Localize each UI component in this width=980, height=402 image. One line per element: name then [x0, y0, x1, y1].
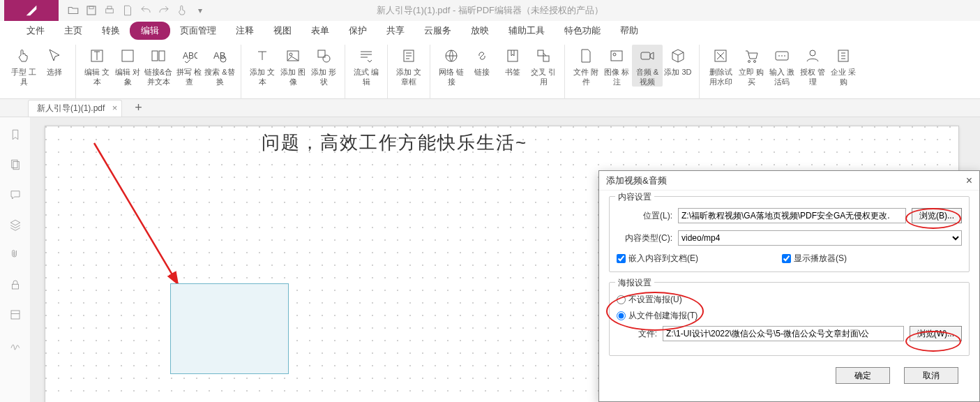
spell-check-button[interactable]: ABC拼写 检查: [174, 45, 204, 87]
print-icon[interactable]: [100, 1, 119, 20]
svg-rect-2: [106, 9, 114, 13]
cancel-button[interactable]: 取消: [904, 367, 958, 384]
attachments-panel-icon[interactable]: [9, 248, 22, 263]
content-type-label: 内容类型(C):: [617, 232, 672, 244]
page-headline: 问题，高效工作方能快乐生活~: [262, 131, 527, 155]
add-shape-button[interactable]: 添加 形状: [308, 45, 339, 87]
svg-point-14: [323, 55, 330, 62]
document-tabs: 新人引导(1)(1).pdf × +: [0, 99, 980, 117]
add-3d-button[interactable]: 添加 3D: [663, 45, 693, 77]
reflow-edit-button[interactable]: 流式 编辑: [351, 45, 382, 87]
crossref-button[interactable]: 交叉 引用: [528, 45, 559, 87]
svg-rect-7: [159, 51, 165, 61]
signatures-panel-icon[interactable]: [9, 338, 22, 353]
menu-access[interactable]: 辅助工具: [499, 22, 555, 40]
remove-watermark-button[interactable]: 删除试 用水印: [705, 45, 736, 87]
menu-file[interactable]: 文件: [17, 22, 54, 40]
security-panel-icon[interactable]: [9, 278, 22, 293]
ribbon: 手型 工具 选择 编辑 文本 编辑 对象 链接&合 并文本 ABC拼写 检查 A…: [0, 40, 980, 99]
no-poster-radio[interactable]: 不设置海报(U): [617, 294, 962, 306]
menu-share[interactable]: 共享: [377, 22, 414, 40]
menu-cloud[interactable]: 云服务: [414, 22, 461, 40]
menu-convert[interactable]: 转换: [92, 22, 130, 40]
dialog-title: 添加视频&音频: [606, 174, 667, 187]
more-icon[interactable]: ▾: [191, 1, 209, 20]
add-article-button[interactable]: 添加 文章框: [393, 45, 424, 87]
enterprise-button[interactable]: 企业 采购: [828, 45, 859, 87]
license-mgmt-button[interactable]: 授权 管理: [797, 45, 828, 87]
embed-checkbox[interactable]: 嵌入内容到文档(E): [617, 253, 698, 265]
buy-now-button[interactable]: 立即 购买: [736, 45, 767, 87]
menu-protect[interactable]: 保护: [339, 22, 377, 40]
app-logo: [4, 0, 59, 21]
menu-comment[interactable]: 注释: [226, 22, 264, 40]
file-poster-radio[interactable]: 从文件创建海报(T): [617, 310, 962, 322]
web-link-button[interactable]: 网络 链接: [436, 45, 467, 87]
menu-view[interactable]: 视图: [264, 22, 301, 40]
comments-panel-icon[interactable]: [9, 188, 22, 203]
media-placeholder-rect[interactable]: [170, 283, 289, 374]
ok-button[interactable]: 确定: [836, 367, 890, 384]
menu-edit[interactable]: 编辑: [130, 22, 170, 40]
svg-point-24: [748, 61, 751, 63]
edit-text-button[interactable]: 编辑 文本: [82, 45, 112, 87]
select-button[interactable]: 选择: [39, 45, 70, 77]
location-input[interactable]: [678, 208, 906, 223]
content-settings-group: 内容设置 位置(L): 浏览(B)... 内容类型(C): video/mp4 …: [609, 196, 970, 272]
touch-icon[interactable]: [173, 1, 191, 20]
file-label: 文件:: [629, 328, 657, 340]
add-tab-icon[interactable]: +: [135, 100, 142, 117]
menu-home[interactable]: 主页: [54, 22, 92, 40]
link-merge-button[interactable]: 链接&合 并文本: [143, 45, 174, 87]
menu-form[interactable]: 表单: [301, 22, 339, 40]
show-player-checkbox[interactable]: 显示播放器(S): [782, 253, 847, 265]
hand-tool-button[interactable]: 手型 工具: [8, 45, 39, 87]
attachment-button[interactable]: 文件 附件: [571, 45, 601, 87]
add-text-button[interactable]: 添加 文本: [247, 45, 278, 87]
page-icon[interactable]: [119, 1, 137, 20]
pages-panel-icon[interactable]: [9, 158, 22, 173]
menu-present[interactable]: 放映: [461, 22, 499, 40]
svg-point-27: [810, 50, 815, 56]
save-icon[interactable]: [82, 1, 100, 20]
svg-point-21: [613, 53, 616, 56]
svg-rect-5: [122, 50, 133, 61]
browse-poster-button[interactable]: 浏览(W)...: [910, 326, 962, 341]
search-replace-button[interactable]: AB搜索 &替换: [204, 45, 235, 87]
svg-rect-18: [538, 50, 543, 56]
quick-access-bar: ▾ 新人引导(1)(1).pdf - 福昕PDF编辑器（未经授权的产品）: [0, 0, 980, 21]
menu-feature[interactable]: 特色功能: [555, 22, 610, 40]
dialog-titlebar: 添加视频&音频 ×: [599, 171, 979, 191]
svg-rect-17: [508, 50, 518, 61]
svg-rect-6: [152, 51, 158, 61]
svg-rect-20: [611, 51, 622, 61]
svg-text:AB: AB: [213, 50, 225, 61]
redo-icon[interactable]: [155, 1, 173, 20]
close-tab-icon[interactable]: ×: [112, 103, 118, 113]
document-tab[interactable]: 新人引导(1)(1).pdf ×: [28, 100, 122, 117]
activation-button[interactable]: 输入 激活码: [767, 45, 797, 87]
svg-rect-3: [107, 6, 112, 9]
link-button[interactable]: 链接: [467, 45, 497, 77]
image-annot-button[interactable]: 图像 标注: [601, 45, 632, 87]
layers-panel-icon[interactable]: [9, 218, 22, 233]
bookmark-panel-icon[interactable]: [9, 128, 22, 143]
browse-location-button[interactable]: 浏览(B)...: [912, 208, 962, 223]
edit-object-button[interactable]: 编辑 对象: [112, 45, 143, 87]
poster-file-input[interactable]: [663, 326, 904, 341]
content-type-select[interactable]: video/mp4: [678, 230, 962, 246]
fields-panel-icon[interactable]: [9, 308, 22, 323]
annotation-arrow: [90, 139, 195, 299]
svg-rect-22: [641, 52, 650, 59]
menu-help[interactable]: 帮助: [610, 22, 648, 40]
menu-page[interactable]: 页面管理: [170, 22, 226, 40]
dialog-close-icon[interactable]: ×: [966, 174, 972, 187]
undo-icon[interactable]: [137, 1, 155, 20]
audio-video-button[interactable]: 音频 & 视频: [632, 45, 663, 87]
open-icon[interactable]: [64, 1, 82, 20]
svg-point-25: [754, 61, 756, 63]
bookmark-button[interactable]: 书签: [497, 45, 528, 77]
add-image-button[interactable]: 添加 图像: [278, 45, 308, 87]
group-legend: 内容设置: [615, 191, 654, 203]
menubar: 文件 主页 转换 编辑 页面管理 注释 视图 表单 保护 共享 云服务 放映 辅…: [0, 21, 980, 40]
